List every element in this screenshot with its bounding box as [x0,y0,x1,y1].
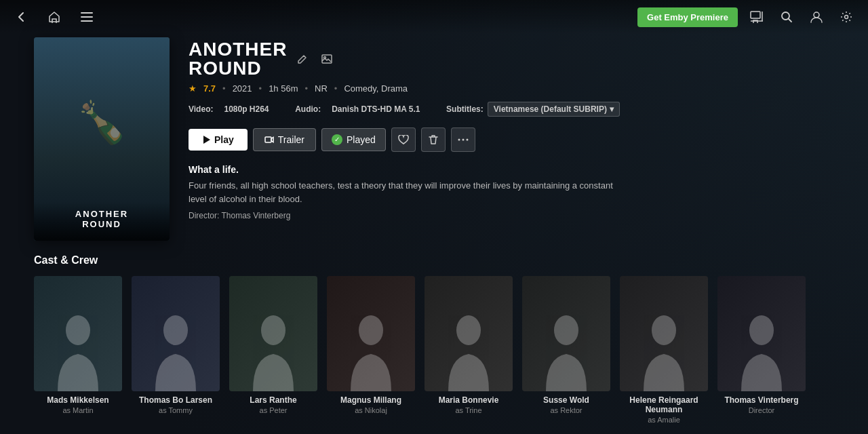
cast-card[interactable]: Susse Woldas Rektor [522,276,610,424]
nav-right: Get Emby Premiere [637,6,857,28]
play-icon [202,135,210,144]
settings-button[interactable] [835,6,857,28]
cast-name: Susse Wold [522,395,610,405]
svg-rect-3 [751,12,760,18]
search-button[interactable] [776,6,797,28]
heart-icon [398,135,409,145]
video-audio-row: Video: 1080p H264 Audio: Danish DTS-HD M… [189,102,834,117]
image-button[interactable] [318,50,336,68]
played-button[interactable]: ✓ Played [321,128,386,151]
svg-point-15 [261,315,285,345]
svg-point-18 [554,315,578,345]
svg-rect-1 [81,16,93,18]
menu-button[interactable] [76,6,98,28]
movie-year: 2021 [233,83,252,94]
cast-section-title: Cast & Crew [34,254,834,267]
svg-point-13 [66,315,90,345]
movie-rating: 7.7 [203,83,216,94]
movie-certification: NR [315,83,328,94]
cast-name: Lars Ranthe [229,395,317,405]
top-navigation: Get Emby Premiere [0,0,868,34]
person-silhouette [717,276,806,391]
person-silhouette [34,276,122,391]
cast-name: Magnus Millang [327,395,415,405]
movie-info: ANOTHER ROUND ★ [189,37,834,220]
person-silhouette [327,276,415,391]
svg-rect-9 [265,137,271,142]
cast-name: Maria Bonnevie [425,395,513,405]
svg-point-20 [749,315,774,345]
cast-grid: Mads Mikkelsenas Martin Thomas Bo Larsen… [34,276,834,424]
cast-role: as Peter [229,406,317,414]
svg-point-12 [466,139,468,141]
movie-poster: 🍾 ANOTHER ROUND [34,37,170,241]
more-button[interactable] [451,127,475,152]
cast-card[interactable]: Thomas Bo Larsenas Tommy [132,276,220,424]
movie-director: Director: Thomas Vinterberg [189,211,834,220]
movie-section: 🍾 ANOTHER ROUND ANOTHER ROUND [0,37,868,241]
svg-point-6 [845,16,848,19]
cast-card[interactable]: Thomas VinterbergDirector [717,276,806,424]
cast-card[interactable]: Magnus Millangas Nikolaj [327,276,415,424]
cast-name: Helene Reingaard Neumann [620,395,708,414]
person-silhouette [132,276,220,391]
person-silhouette [522,276,610,391]
chevron-down-icon: ▾ [610,104,614,114]
svg-rect-2 [81,20,93,22]
premiere-button[interactable]: Get Emby Premiere [637,7,738,27]
cast-card[interactable]: Maria Bonnevieas Trine [425,276,513,424]
cast-name: Thomas Bo Larsen [132,395,220,405]
user-button[interactable] [806,6,827,28]
video-value: 1080p H264 [224,104,269,114]
svg-point-14 [163,315,188,345]
cast-photo [327,276,415,391]
cast-photo [229,276,317,391]
poster-title-text: ANOTHER ROUND [42,209,161,230]
cast-section: Cast & Crew Mads Mikkelsenas Martin Thom… [0,241,868,424]
svg-point-19 [652,315,676,345]
svg-point-4 [782,12,789,20]
delete-button[interactable] [421,127,446,152]
play-button[interactable]: Play [189,129,248,151]
movie-duration: 1h 56m [269,83,298,94]
svg-point-11 [462,139,464,141]
subtitles-label: Subtitles: [446,104,484,114]
cast-role: as Nikolaj [327,406,415,414]
star-icon: ★ [189,83,197,94]
cast-role: as Tommy [132,406,220,414]
cast-role: as Amalie [620,416,708,424]
cast-card[interactable]: Mads Mikkelsenas Martin [34,276,122,424]
cast-card[interactable]: Helene Reingaard Neumannas Amalie [620,276,708,424]
cast-photo [132,276,220,391]
trailer-icon [264,135,274,144]
cast-photo [34,276,122,391]
cast-card[interactable]: Lars Rantheas Peter [229,276,317,424]
svg-rect-0 [81,12,93,14]
movie-meta: ★ 7.7 • 2021 • 1h 56m • NR • Comedy, Dra… [189,83,834,94]
subtitles-dropdown: Subtitles: Vietnamese (Default SUBRIP) ▾ [446,102,620,117]
audio-value: Danish DTS-HD MA 5.1 [332,104,420,114]
cast-button[interactable] [746,6,768,28]
subtitles-dropdown-button[interactable]: Vietnamese (Default SUBRIP) ▾ [488,102,620,117]
cast-role: Director [717,406,806,414]
back-button[interactable] [11,6,33,28]
svg-point-10 [458,139,460,141]
movie-genres: Comedy, Drama [344,83,408,94]
cast-role: as Trine [425,406,513,414]
svg-point-5 [814,12,819,18]
favorite-button[interactable] [391,127,416,152]
edit-button[interactable] [294,50,311,68]
cast-photo [425,276,513,391]
cast-role: as Martin [34,406,122,414]
movie-title: ANOTHER ROUND [189,40,287,78]
trailer-button[interactable]: Trailer [253,128,316,151]
person-silhouette [425,276,513,391]
svg-point-17 [456,315,481,345]
action-buttons: Play Trailer ✓ Played [189,127,834,152]
audio-label: Audio: [295,104,321,114]
movie-title-row: ANOTHER ROUND [189,40,834,78]
cast-photo [522,276,610,391]
home-button[interactable] [43,6,65,28]
check-icon: ✓ [332,134,342,145]
nav-left [11,6,98,28]
